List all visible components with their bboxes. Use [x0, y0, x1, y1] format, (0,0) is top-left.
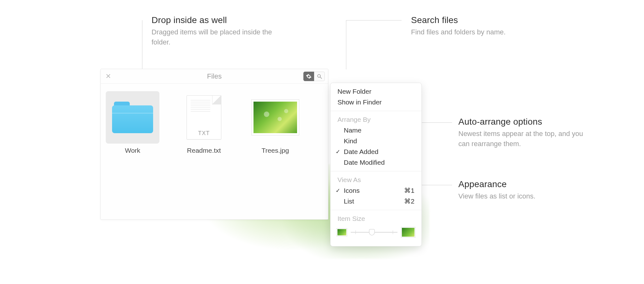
check-icon: ✓ — [336, 186, 340, 195]
menu-section-size: Item Size — [331, 210, 421, 246]
callout-view: Appearance View files as list or icons. — [458, 179, 535, 201]
callout-arrange-body: Newest items appear at the top, and you … — [458, 129, 591, 149]
image-icon — [252, 100, 299, 135]
folder-icon — [112, 102, 153, 133]
panel-titlebar: Files — [101, 69, 328, 84]
menu-item-arrange-date-added[interactable]: ✓ Date Added — [331, 146, 421, 157]
menu-header-view: View As — [331, 175, 421, 185]
menu-item-arrange-kind[interactable]: Kind — [331, 136, 421, 146]
menu-item-label: Icons — [344, 187, 360, 194]
file-item-txt[interactable]: TXT Readme.txt — [177, 91, 231, 154]
callout-search-title: Search files — [411, 15, 506, 25]
callout-drop-title: Drop inside as well — [152, 15, 284, 25]
panel-actions — [303, 72, 325, 81]
search-icon — [317, 74, 322, 79]
menu-shortcut: ⌘1 — [404, 186, 414, 195]
slider-thumb-large-icon — [401, 227, 415, 237]
close-icon — [106, 74, 110, 78]
menu-section-arrange: Arrange By Name Kind ✓ Date Added Date M… — [331, 111, 421, 171]
callout-arrange: Auto-arrange options Newest items appear… — [458, 117, 591, 149]
callout-search: Search files Find files and folders by n… — [411, 15, 506, 37]
connector — [346, 20, 402, 21]
menu-item-arrange-date-modified[interactable]: Date Modified — [331, 157, 421, 168]
connector — [346, 20, 346, 69]
panel-body: Work TXT Readme.txt Trees.jpg — [101, 84, 328, 162]
menu-item-arrange-name[interactable]: Name — [331, 125, 421, 136]
menu-shortcut: ⌘2 — [404, 197, 414, 206]
callout-arrange-title: Auto-arrange options — [458, 117, 591, 127]
file-item-folder[interactable]: Work — [106, 91, 159, 154]
menu-item-view-icons[interactable]: ✓ Icons ⌘1 — [331, 185, 421, 196]
settings-button[interactable] — [303, 72, 314, 81]
file-label: Work — [106, 147, 159, 154]
callout-search-body: Find files and folders by name. — [411, 27, 506, 37]
svg-line-1 — [320, 77, 322, 79]
close-button[interactable] — [105, 73, 111, 79]
document-ext: TXT — [187, 130, 221, 137]
check-icon: ✓ — [336, 147, 340, 157]
file-thumb — [248, 91, 302, 144]
menu-item-label: Date Added — [344, 148, 379, 155]
search-button[interactable] — [314, 72, 325, 81]
callout-view-body: View files as list or icons. — [458, 191, 535, 201]
menu-item-view-list[interactable]: List ⌘2 — [331, 196, 421, 207]
file-thumb — [106, 91, 159, 144]
menu-section-top: New Folder Show in Finder — [331, 83, 421, 111]
callout-drop: Drop inside as well Dragged items will b… — [152, 15, 284, 47]
callout-drop-body: Dragged items will be placed inside the … — [152, 27, 284, 47]
svg-point-0 — [318, 74, 320, 77]
item-size-slider[interactable] — [351, 232, 397, 233]
connector — [422, 122, 452, 123]
item-size-slider-row — [331, 224, 421, 243]
gear-icon — [306, 74, 312, 79]
file-label: Trees.jpg — [248, 147, 302, 154]
menu-item-new-folder[interactable]: New Folder — [331, 86, 421, 97]
panel-title: Files — [207, 72, 222, 80]
callout-view-title: Appearance — [458, 179, 535, 189]
file-item-image[interactable]: Trees.jpg — [248, 91, 302, 154]
files-panel: Files Work — [100, 69, 328, 220]
menu-item-show-in-finder[interactable]: Show in Finder — [331, 97, 421, 108]
file-label: Readme.txt — [177, 147, 231, 154]
slider-thumb-small-icon — [337, 228, 347, 236]
menu-header-size: Item Size — [331, 213, 421, 224]
slider-knob[interactable] — [369, 229, 375, 235]
settings-menu: New Folder Show in Finder Arrange By Nam… — [330, 83, 422, 246]
file-thumb: TXT — [177, 91, 231, 144]
menu-section-view: View As ✓ Icons ⌘1 List ⌘2 — [331, 171, 421, 210]
menu-header-arrange: Arrange By — [331, 114, 421, 125]
connector — [422, 185, 452, 185]
menu-item-label: List — [344, 198, 354, 205]
document-icon: TXT — [187, 95, 221, 139]
